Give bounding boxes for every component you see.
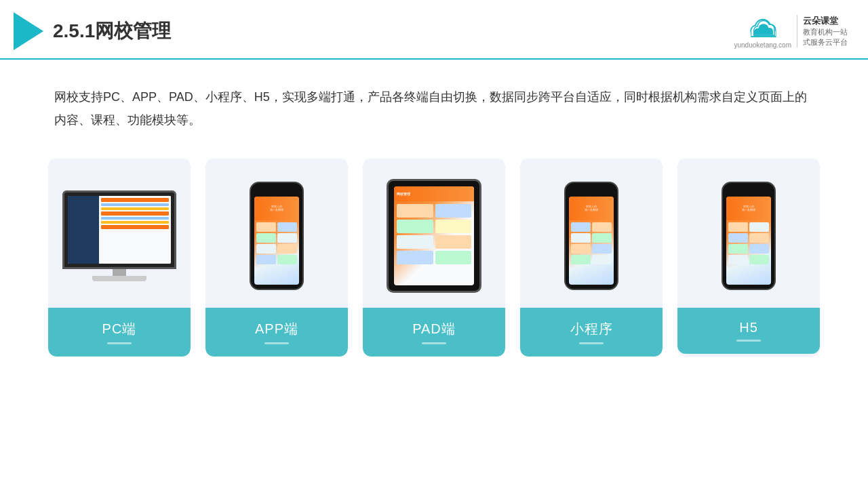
card-app-image: 职涯人的第一堂网课: [205, 159, 348, 308]
card-app: 职涯人的第一堂网课: [205, 159, 348, 357]
cloud-icon: [744, 14, 782, 40]
brand-tagline: 教育机构一站式服务云平台: [803, 27, 848, 47]
brand-text: 云朵课堂 教育机构一站式服务云平台: [797, 15, 848, 47]
card-h5-label: H5: [677, 308, 820, 354]
card-pc-image: [48, 159, 191, 308]
header-left: 2.5.1网校管理: [14, 12, 171, 50]
phone-mockup-h5: 职涯人的第一堂网课: [722, 182, 776, 290]
cloud-logo: yunduoketang.com: [734, 14, 791, 49]
phone-mockup-app: 职涯人的第一堂网课: [250, 182, 304, 290]
brand-triangle-icon: [14, 12, 43, 50]
svg-rect-19: [754, 31, 773, 35]
card-app-label: APP端: [205, 308, 348, 357]
card-miniprogram: 职涯人的第一堂网课: [520, 159, 663, 357]
description-text: 网校支持PC、APP、PAD、小程序、H5，实现多端打通，产品各终端自由切换，数…: [0, 60, 868, 145]
header-right: yunduoketang.com 云朵课堂 教育机构一站式服务云平台: [734, 14, 848, 49]
phone-mockup-mini: 职涯人的第一堂网课: [564, 182, 618, 290]
pc-mockup: [62, 190, 176, 281]
card-pad: 网校管理 PAD端: [363, 159, 505, 357]
tablet-mockup: 网校管理: [387, 179, 481, 293]
card-h5: 职涯人的第一堂网课: [677, 159, 820, 357]
page-header: 2.5.1网校管理: [0, 0, 868, 60]
card-miniprogram-label: 小程序: [520, 308, 663, 357]
card-h5-image: 职涯人的第一堂网课: [677, 159, 820, 308]
card-pc: PC端: [48, 159, 191, 357]
card-pad-image: 网校管理: [363, 159, 505, 308]
card-pad-label: PAD端: [363, 308, 505, 357]
brand-name: 云朵课堂: [803, 15, 848, 27]
card-miniprogram-image: 职涯人的第一堂网课: [520, 159, 663, 308]
platform-cards: PC端 职涯人的第一堂网课: [0, 145, 868, 357]
card-pc-label: PC端: [48, 308, 191, 357]
page-title: 2.5.1网校管理: [53, 18, 171, 44]
brand-url: yunduoketang.com: [734, 41, 791, 49]
